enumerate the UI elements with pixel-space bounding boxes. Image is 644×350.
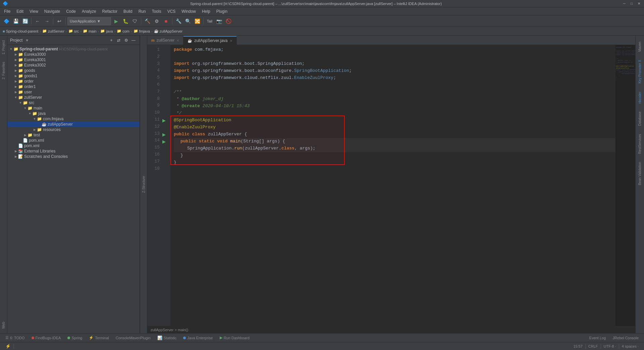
breadcrumb-spring-cloud-parent[interactable]: ■ Spring-cloud-parent [3, 29, 38, 33]
vcs-changes-btn[interactable]: 🔀 [193, 17, 202, 26]
tree-item-ext-libs[interactable]: ▶ 📚 External Libraries [7, 148, 140, 154]
grep-btn[interactable]: 🔍 [183, 17, 192, 26]
menu-view[interactable]: View [27, 8, 41, 14]
tree-item-order1[interactable]: ▶ 📁 order1 [7, 84, 140, 89]
tree-item-user[interactable]: ▶ 📁 user [7, 89, 140, 95]
tree-item-src[interactable]: ▼ 📁 src [7, 100, 140, 105]
right-tab-nkcoder[interactable]: nkcoder [637, 88, 643, 107]
tree-item-goods[interactable]: ▶ 📁 goods [7, 68, 140, 73]
gutter-14[interactable]: ▶ [162, 138, 170, 145]
run-icon-13[interactable]: ▶ [162, 132, 166, 137]
tree-item-scratches[interactable]: ▶ 📝 Scratches and Consoles [7, 154, 140, 159]
tree-item-root[interactable]: ▼ 📁 Spring-cloud-parent H:\CSDN\Spring-c… [7, 46, 140, 52]
menu-window[interactable]: Window [179, 8, 199, 14]
menu-tools[interactable]: Tools [149, 8, 164, 14]
maximize-button[interactable]: □ [629, 1, 634, 6]
toolbar-back-btn[interactable]: ← [33, 17, 42, 26]
bottom-tab-event-log[interactable]: Event Log [586, 334, 609, 342]
panel-settings-btn[interactable]: ⚙ [123, 37, 129, 44]
right-tab-maven[interactable]: Maven [637, 38, 643, 55]
menu-analyze[interactable]: Analyze [79, 8, 99, 14]
right-tab-bean-validation[interactable]: Bean Validation [637, 159, 643, 188]
right-tab-restservices[interactable]: RestServices [637, 131, 643, 157]
bottom-tab-todo[interactable]: ☰ 6: TODO [2, 334, 28, 342]
tab-close-zullserver[interactable]: ✕ [176, 39, 179, 42]
breadcrumb-java[interactable]: 📁 java [100, 29, 113, 33]
minimize-button[interactable]: ─ [622, 1, 627, 6]
tree-item-resources[interactable]: ▶ 📁 resources [7, 127, 140, 132]
status-charset[interactable]: UTF-8 ∙ [601, 342, 619, 350]
menu-refactor[interactable]: Refactor [100, 8, 120, 14]
run-icon-14[interactable]: ▶ [162, 139, 166, 144]
vtab-web[interactable]: Web [1, 318, 6, 332]
breadcrumb-zullserver[interactable]: 📁 zullServer [42, 29, 64, 33]
run-icon-11[interactable]: ▶ [162, 118, 166, 123]
menu-build[interactable]: Build [121, 8, 135, 14]
tree-item-test[interactable]: ▶ 📁 test [7, 132, 140, 138]
cancel-btn[interactable]: 🚫 [224, 17, 233, 26]
screenshot-btn[interactable]: 📷 [215, 17, 223, 26]
bottom-tab-spring[interactable]: Spring [64, 334, 86, 342]
tree-item-pom-root[interactable]: 📄 pom.xml [7, 143, 140, 148]
toolbar-revert-btn[interactable]: ↩ [55, 17, 64, 26]
tree-item-pom-zull[interactable]: 📄 pom.xml [7, 138, 140, 143]
tab-zullapps-java[interactable]: ☕ zullAppServer.java ✕ [183, 36, 236, 45]
breadcrumb-fmjava[interactable]: 📁 fmjava [133, 29, 150, 33]
menu-plugin[interactable]: Plugin [214, 8, 230, 14]
breadcrumb-src[interactable]: 📁 src [68, 29, 79, 33]
tab-close-zullapps[interactable]: ✕ [230, 39, 232, 43]
tree-item-zullserver[interactable]: ▼ 📁 zullServer [7, 95, 140, 100]
panel-sync-btn[interactable]: ⇄ [115, 37, 122, 44]
tree-item-zullapps[interactable]: ☕ zullAppServer [7, 122, 140, 127]
menu-navigate[interactable]: Navigate [42, 8, 63, 14]
menu-edit[interactable]: Edit [14, 8, 26, 14]
status-indent[interactable]: 4 spaces ∙ [619, 342, 641, 350]
z-structure-tab[interactable]: Z-Structure [140, 36, 147, 333]
tab-zullserver-module[interactable]: m zullServer ✕ [147, 36, 183, 45]
gutter-13[interactable]: ▶ [162, 131, 170, 138]
tree-item-eureka3001[interactable]: ▶ 📁 Eureka3001 [7, 57, 140, 62]
rebuild-btn[interactable]: ⚙ [152, 17, 161, 26]
bottom-tab-statistic[interactable]: 📊 Statistic [154, 334, 180, 342]
code-content[interactable]: package com.fmjava; import org.springfra… [170, 45, 615, 326]
status-jrebel-icon[interactable]: ⚡ [3, 342, 13, 350]
right-tab-key-promoter[interactable]: Key Promoter X [637, 56, 643, 87]
tree-item-eureka3000[interactable]: ▶ 📁 Eureka3000 [7, 52, 140, 57]
run-button[interactable]: ▶ [112, 17, 120, 26]
close-button[interactable]: ✕ [637, 1, 641, 6]
menu-vcs[interactable]: VCS [165, 8, 178, 14]
toolbar-sync-btn[interactable]: 🔄 [21, 17, 30, 26]
breadcrumb-zullapps[interactable]: ☕ zullAppServer [154, 29, 182, 33]
breadcrumb-main[interactable]: 📁 main [83, 29, 97, 33]
bottom-tab-consolemaven[interactable]: ConsoleMavenPlugin [112, 334, 154, 342]
menu-code[interactable]: Code [63, 8, 78, 14]
menu-help[interactable]: Help [199, 8, 213, 14]
run-config-combo[interactable]: UserApplication ▼ [67, 17, 111, 25]
gutter-11[interactable]: ▶ [162, 117, 170, 124]
toolbar-forward-btn[interactable]: → [43, 17, 51, 26]
breadcrumb-com[interactable]: 📁 com [117, 29, 129, 33]
stop-btn[interactable]: ■ [162, 17, 170, 26]
menu-run[interactable]: Run [136, 8, 149, 14]
tree-item-package[interactable]: ▼ 📁 com.fmjava [7, 116, 140, 122]
coverage-button[interactable]: 🛡 [130, 17, 139, 26]
tree-item-goods1[interactable]: ▶ 📁 goods1 [7, 73, 140, 79]
bottom-tab-run-dashboard[interactable]: ▶ Run Dashboard [216, 334, 253, 342]
bottom-tab-java-enterprise[interactable]: Java Enterprise [180, 334, 216, 342]
tree-item-java-folder[interactable]: ▼ 📁 java [7, 111, 140, 116]
toolbar-project-icon[interactable]: 🔷 [2, 17, 11, 26]
sdk-manager-btn[interactable]: 🔧 [174, 17, 183, 26]
tree-item-main[interactable]: ▼ 📁 main [7, 105, 140, 111]
bottom-tab-jrebel[interactable]: JRebel Console [609, 334, 642, 342]
tree-item-eureka3002[interactable]: ▶ 📁 Eureka3002 [7, 62, 140, 68]
menu-file[interactable]: File [1, 8, 13, 14]
vtab-favorites[interactable]: 2: Favorites [1, 58, 6, 83]
tree-item-order[interactable]: ▶ 📁 order [7, 79, 140, 84]
vtab-project[interactable]: 1: Project [1, 37, 6, 58]
tail-btn[interactable]: Tail [205, 17, 214, 26]
status-crlf[interactable]: CRLF [586, 342, 601, 350]
build-btn[interactable]: 🔨 [143, 17, 152, 26]
right-tab-database[interactable]: Database [637, 108, 643, 129]
bottom-tab-terminal[interactable]: ⚡ Terminal [86, 334, 112, 342]
panel-add-btn[interactable]: + [108, 37, 115, 44]
